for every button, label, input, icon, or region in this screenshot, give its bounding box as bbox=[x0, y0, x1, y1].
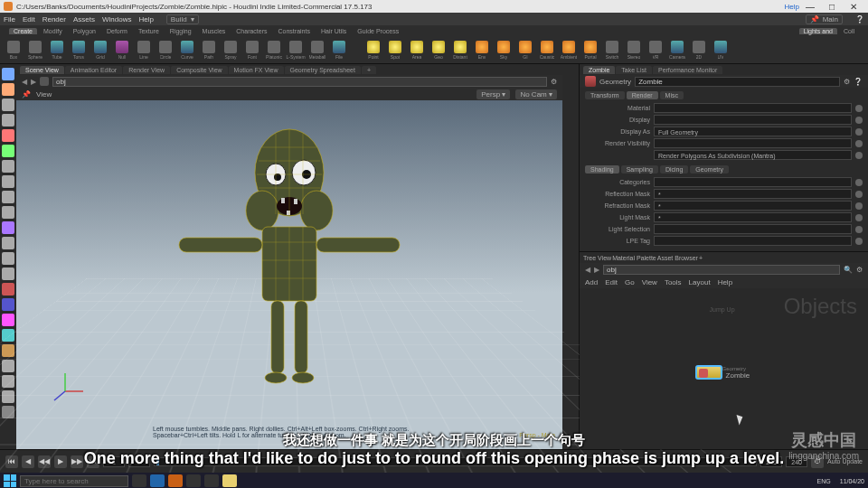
frame-end-field[interactable]: 240 bbox=[760, 456, 782, 467]
param-gear-icon[interactable]: ⚙ bbox=[844, 78, 850, 86]
side-tool-button[interactable] bbox=[2, 175, 14, 188]
shelf-tool[interactable]: Circle bbox=[156, 38, 175, 61]
param-node-name-input[interactable] bbox=[635, 77, 840, 87]
shelf-tool[interactable]: Platonic bbox=[264, 38, 284, 61]
param-menu-icon[interactable] bbox=[855, 140, 863, 147]
shelf-tab[interactable]: Constraints bbox=[274, 28, 315, 34]
shelf-tool[interactable]: Torus bbox=[69, 38, 89, 61]
add-tab-button[interactable]: + bbox=[362, 66, 376, 74]
shelf-tab[interactable]: Muscles bbox=[198, 28, 231, 34]
viewport-3d[interactable]: Left mouse tumbles. Middle pans. Right d… bbox=[16, 100, 562, 449]
side-tool-button[interactable] bbox=[2, 160, 14, 173]
param-value-field[interactable] bbox=[654, 236, 852, 246]
shelf-tool[interactable]: Distant bbox=[450, 38, 470, 61]
maximize-button[interactable]: □ bbox=[821, 2, 843, 12]
side-tool-button[interactable] bbox=[2, 298, 14, 311]
network-menu-item[interactable]: Add bbox=[585, 278, 598, 286]
add-tab-button[interactable]: + bbox=[699, 255, 703, 261]
param-value-field[interactable] bbox=[654, 103, 852, 113]
shelf-tab[interactable]: Deform bbox=[102, 28, 132, 34]
network-menu-item[interactable]: View bbox=[642, 278, 657, 286]
shelf-tool[interactable]: Sphere bbox=[25, 38, 45, 61]
pane-tab[interactable]: Composite View bbox=[171, 66, 227, 74]
pin-icon[interactable]: 📌 bbox=[22, 90, 31, 99]
shelf-tool[interactable]: GI bbox=[515, 38, 535, 61]
pane-tab[interactable]: Performance Monitor bbox=[653, 66, 722, 74]
param-menu-icon[interactable] bbox=[855, 191, 863, 198]
timeline-track[interactable] bbox=[154, 457, 757, 466]
param-menu-icon[interactable] bbox=[855, 105, 863, 112]
param-value-field[interactable] bbox=[654, 138, 852, 148]
viewport-path-input[interactable] bbox=[52, 77, 547, 87]
pane-tab[interactable]: Animation Editor bbox=[65, 66, 122, 74]
tray-lang[interactable]: ENG bbox=[817, 478, 831, 484]
param-value-field[interactable]: * bbox=[654, 189, 852, 199]
param-tab[interactable]: Dicing bbox=[660, 165, 688, 174]
network-menu-item[interactable]: Edit bbox=[605, 278, 618, 286]
shelf-tool[interactable]: 2D bbox=[689, 38, 709, 61]
param-value-field[interactable]: * bbox=[654, 212, 852, 222]
shelf-tool[interactable]: Env bbox=[472, 38, 492, 61]
shelf-tool[interactable]: Geo bbox=[429, 38, 448, 61]
param-value-field[interactable] bbox=[654, 224, 852, 234]
menu-assets[interactable]: Assets bbox=[73, 15, 95, 23]
shelf-tool[interactable]: VR bbox=[646, 38, 665, 61]
shelf-tool[interactable]: Camera bbox=[667, 38, 687, 61]
param-menu-icon[interactable] bbox=[855, 179, 863, 186]
net-fwd-icon[interactable]: ▶ bbox=[594, 266, 599, 274]
network-path-input[interactable] bbox=[603, 265, 840, 275]
taskbar-search-input[interactable] bbox=[20, 475, 128, 487]
task-view-button[interactable] bbox=[132, 474, 146, 487]
side-tool-button[interactable] bbox=[2, 145, 14, 157]
desktop-dropdown[interactable]: Build ▾ bbox=[166, 14, 199, 24]
shelf-tool[interactable]: Font bbox=[242, 38, 262, 61]
menu-render[interactable]: Render bbox=[42, 15, 66, 23]
shelf-tool[interactable]: Stereo bbox=[624, 38, 644, 61]
shelf-tab[interactable]: Hair Utils bbox=[316, 28, 351, 34]
shelf-tool[interactable]: Curve bbox=[177, 38, 197, 61]
pane-tab[interactable]: Scene View bbox=[20, 66, 64, 74]
pane-tab[interactable]: Motion FX View bbox=[229, 66, 284, 74]
param-tab[interactable]: Render bbox=[627, 91, 658, 99]
menu-edit[interactable]: Edit bbox=[23, 15, 35, 23]
shelf-tool[interactable]: Tube bbox=[47, 38, 67, 61]
shelf-tool[interactable]: Metaball bbox=[307, 38, 327, 61]
side-tool-button[interactable] bbox=[2, 99, 14, 111]
shelf-tool[interactable]: Sky bbox=[494, 38, 514, 61]
shelf-tool[interactable]: Null bbox=[112, 38, 132, 61]
param-menu-icon[interactable] bbox=[855, 202, 863, 210]
persp-dropdown[interactable]: Persp ▾ bbox=[476, 89, 510, 99]
shelf-tool[interactable]: Path bbox=[199, 38, 219, 61]
shelf-tab[interactable]: Texture bbox=[134, 28, 164, 34]
shelf-tool[interactable]: Caustic bbox=[537, 38, 557, 61]
pane-tab[interactable]: Geometry Spreadsheet bbox=[285, 66, 361, 74]
taskbar-app[interactable] bbox=[168, 474, 183, 487]
network-menu-item[interactable]: Go bbox=[625, 278, 635, 286]
param-value-field[interactable] bbox=[654, 115, 852, 125]
param-tab[interactable]: Misc bbox=[660, 91, 684, 99]
help-link[interactable]: Help bbox=[785, 3, 799, 11]
gear-icon[interactable]: ⚙ bbox=[551, 78, 557, 86]
pane-tab[interactable]: Tree View bbox=[583, 255, 611, 261]
pane-tab[interactable]: Render View bbox=[123, 66, 170, 74]
param-value-field[interactable] bbox=[654, 177, 852, 187]
param-menu-icon[interactable] bbox=[855, 117, 863, 124]
taskbar-app[interactable] bbox=[204, 474, 219, 487]
side-tool-button[interactable] bbox=[2, 191, 14, 203]
side-tool-button[interactable] bbox=[2, 314, 14, 326]
side-tool-button[interactable] bbox=[2, 114, 14, 127]
nav-fwd-icon[interactable]: ▶ bbox=[31, 78, 36, 86]
side-tool-button[interactable] bbox=[2, 83, 14, 96]
pane-tab[interactable]: Material Palette bbox=[612, 255, 656, 261]
param-value-field[interactable]: Render Polygons As Subdivision (Mantra) bbox=[654, 150, 852, 160]
close-button[interactable]: ✕ bbox=[843, 2, 864, 12]
param-value-field[interactable]: Full Geometry bbox=[654, 127, 852, 136]
side-tool-button[interactable] bbox=[2, 68, 14, 80]
param-menu-icon[interactable] bbox=[855, 238, 863, 245]
side-tool-button[interactable] bbox=[2, 267, 14, 280]
shelf-tool[interactable]: L-System bbox=[286, 38, 306, 61]
param-menu-icon[interactable] bbox=[855, 226, 863, 233]
menu-file[interactable]: File bbox=[4, 15, 15, 23]
shelf-tab[interactable]: Rigging bbox=[165, 28, 196, 34]
shelf-tool[interactable]: Spray bbox=[221, 38, 241, 61]
